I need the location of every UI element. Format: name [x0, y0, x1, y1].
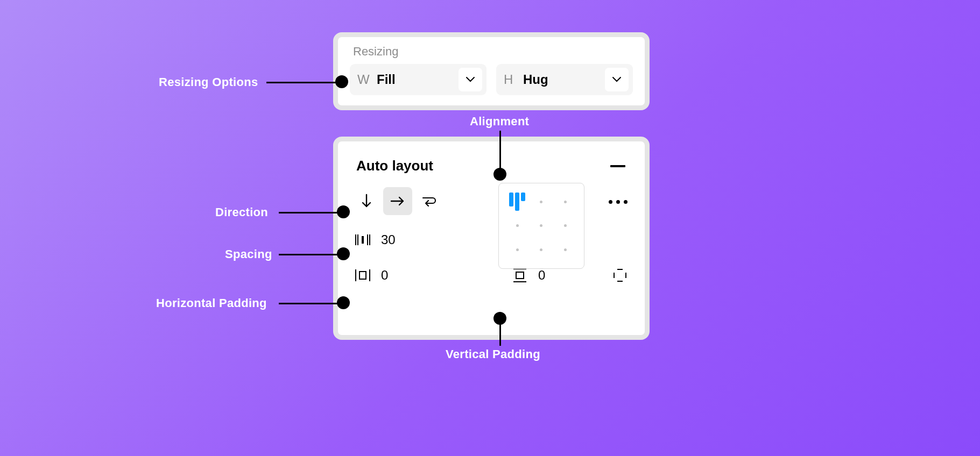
svg-rect-1 — [359, 272, 366, 279]
direction-row — [352, 186, 488, 216]
callout-dot — [337, 296, 350, 309]
callout-label-vpad: Vertical Padding — [446, 347, 540, 361]
spacing-icon — [352, 229, 373, 251]
callout-label-resizing: Resizing Options — [159, 75, 258, 89]
callout-line — [499, 323, 501, 346]
expand-padding-icon — [612, 267, 628, 283]
callout-line — [279, 303, 338, 304]
chevron-down-icon — [612, 77, 621, 82]
arrow-right-icon — [390, 196, 405, 206]
arrow-wrap-icon — [421, 195, 437, 207]
direction-wrap-button[interactable] — [414, 187, 443, 215]
arrow-down-icon — [361, 194, 372, 209]
auto-layout-title: Auto layout — [356, 158, 433, 174]
more-options-button[interactable] — [609, 200, 628, 204]
callout-label-spacing: Spacing — [225, 247, 272, 261]
callout-line — [279, 212, 338, 213]
horizontal-padding-icon — [352, 265, 373, 286]
callout-dot — [337, 247, 350, 260]
svg-rect-0 — [362, 236, 364, 244]
auto-layout-panel: Auto layout — [333, 137, 650, 340]
callout-label-hpad: Horizontal Padding — [156, 296, 267, 310]
remove-auto-layout-button[interactable] — [610, 165, 625, 167]
callout-dot — [335, 75, 348, 88]
spacing-row[interactable]: 30 — [352, 227, 488, 253]
height-letter: H — [504, 72, 523, 87]
width-letter: W — [357, 72, 377, 87]
callout-line — [266, 82, 336, 83]
callout-label-alignment: Alignment — [470, 115, 529, 129]
height-resizing-field[interactable]: H Hug — [496, 64, 633, 95]
callout-dot — [337, 205, 350, 218]
horizontal-padding-field[interactable]: 0 — [352, 265, 488, 286]
resizing-row: W Fill H Hug — [350, 64, 633, 95]
direction-horizontal-button[interactable] — [383, 187, 412, 215]
chevron-down-icon — [466, 77, 475, 82]
height-value: Hug — [523, 72, 605, 87]
svg-rect-2 — [516, 272, 524, 279]
alignment-grid[interactable] — [498, 183, 584, 269]
alignment-top-left-active — [509, 193, 525, 211]
width-dropdown-button[interactable] — [459, 68, 482, 91]
callout-dot — [493, 168, 506, 181]
resizing-section-label: Resizing — [353, 45, 633, 59]
callout-dot — [493, 312, 506, 325]
spacing-value[interactable]: 30 — [381, 232, 413, 247]
callout-label-direction: Direction — [215, 205, 268, 219]
callout-line — [499, 131, 501, 168]
callout-line — [279, 254, 338, 255]
horizontal-padding-value[interactable]: 0 — [381, 268, 413, 283]
width-value: Fill — [377, 72, 459, 87]
direction-vertical-button[interactable] — [352, 187, 381, 215]
height-dropdown-button[interactable] — [605, 68, 629, 91]
resizing-panel: Resizing W Fill H Hug — [333, 32, 650, 110]
width-resizing-field[interactable]: W Fill — [350, 64, 487, 95]
expand-padding-button[interactable] — [609, 265, 631, 286]
vertical-padding-value[interactable]: 0 — [538, 268, 570, 283]
